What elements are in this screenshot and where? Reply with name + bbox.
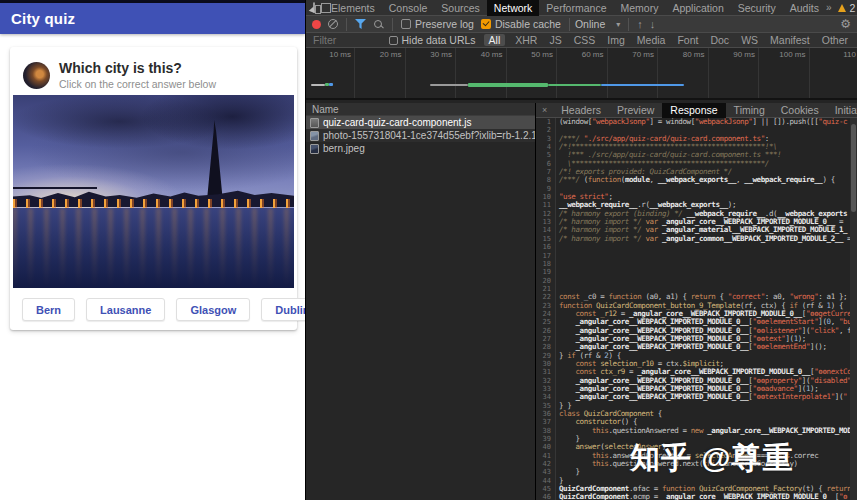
code-text: \***************************************…	[556, 160, 857, 168]
code-line: 35} }	[536, 402, 857, 410]
detail-tab-response[interactable]: Response	[662, 103, 725, 118]
search-icon[interactable]	[373, 19, 384, 30]
disable-cache-checkbox[interactable]	[481, 19, 491, 29]
filter-type-ws[interactable]: WS	[739, 34, 760, 46]
line-number: 31	[536, 368, 556, 376]
line-number: 16	[536, 243, 556, 251]
tab-memory[interactable]: Memory	[613, 0, 665, 16]
answer-button-lausanne[interactable]: Lausanne	[86, 298, 165, 321]
filter-input[interactable]: Filter	[313, 34, 383, 46]
line-number: 8	[536, 176, 556, 184]
tab-sources[interactable]: Sources	[434, 0, 487, 16]
code-line: 24 const _r12 = _angular_core__WEBPACK_I…	[536, 310, 857, 318]
answer-button-bern[interactable]: Bern	[22, 298, 75, 321]
code-scrollbar-thumb[interactable]	[851, 124, 856, 212]
detail-tab-cookies[interactable]: Cookies	[773, 103, 827, 118]
line-number: 27	[536, 335, 556, 343]
code-line: 14/* harmony import */ var _angular_mate…	[536, 226, 857, 234]
detail-tab-headers[interactable]: Headers	[553, 103, 609, 118]
code-line: 8/***/ (function(module, __webpack_expor…	[536, 176, 857, 184]
timeline-gridline	[809, 48, 810, 98]
code-line: 18	[536, 260, 857, 268]
settings-gear-icon[interactable]: ⚙	[840, 17, 851, 31]
clear-network-log-icon[interactable]	[328, 19, 338, 29]
request-rows: quiz-card-quiz-card-component.jsphoto-15…	[306, 116, 535, 155]
code-line: 21	[536, 285, 857, 293]
record-network-log-icon[interactable]	[312, 20, 321, 29]
line-number: 2	[536, 126, 556, 134]
line-number: 6	[536, 160, 556, 168]
tab-audits[interactable]: Audits	[783, 0, 826, 16]
answer-button-dublin[interactable]: Dublin	[261, 298, 305, 321]
line-number: 18	[536, 260, 556, 268]
code-text: /* harmony export (binding) */ __webpack…	[556, 210, 857, 218]
tab-application[interactable]: Application	[665, 0, 730, 16]
request-row[interactable]: photo-1557318041-1ce374d55ebf?ixlib=rb-1…	[306, 129, 535, 142]
code-line: 6 \*************************************…	[536, 160, 857, 168]
code-line: 37 constructor() {	[536, 418, 857, 426]
disable-cache-label[interactable]: Disable cache	[495, 18, 561, 30]
waterfall-bar	[311, 84, 325, 86]
throttling-select[interactable]: Online	[575, 18, 605, 30]
timeline-gridline	[708, 48, 709, 98]
detail-tab-initiator[interactable]: Initiator	[827, 103, 857, 118]
network-filter-bar: Filter Hide data URLs AllXHRJSCSSImgMedi…	[306, 33, 857, 48]
tab-network[interactable]: Network	[487, 0, 540, 16]
code-text: /***/ (function(module, __webpack_export…	[556, 176, 857, 184]
tab-security[interactable]: Security	[731, 0, 783, 16]
filter-type-other[interactable]: Other	[820, 34, 850, 46]
line-number: 13	[536, 218, 556, 226]
request-row[interactable]: bern.jpeg	[306, 142, 535, 155]
filter-type-js[interactable]: JS	[547, 34, 563, 46]
hide-data-urls-label[interactable]: Hide data URLs	[401, 34, 475, 46]
line-number: 30	[536, 360, 556, 368]
code-text: const _c0 = function (a0, a1) { return {…	[556, 293, 857, 301]
request-row[interactable]: quiz-card-quiz-card-component.js	[306, 116, 535, 129]
code-text: } }	[556, 402, 857, 410]
filter-type-img[interactable]: Img	[605, 34, 627, 46]
answer-button-glasgow[interactable]: Glasgow	[176, 298, 250, 321]
tab-elements[interactable]: Elements	[324, 0, 382, 16]
filter-type-css[interactable]: CSS	[572, 34, 598, 46]
request-list-name-header[interactable]: Name	[306, 103, 535, 116]
code-line: 38 this.questionAnswered = new _angular_…	[536, 427, 857, 435]
filter-type-all[interactable]: All	[484, 34, 506, 46]
code-line: 12/* harmony export (binding) */ __webpa…	[536, 210, 857, 218]
code-scrollbar[interactable]	[850, 118, 857, 500]
network-overview-timeline[interactable]: 10 ms20 ms30 ms40 ms50 ms60 ms70 ms80 ms…	[306, 48, 857, 100]
tab-console[interactable]: Console	[382, 0, 435, 16]
filter-type-manifest[interactable]: Manifest	[768, 34, 812, 46]
line-number: 15	[536, 235, 556, 243]
code-line: 13/* harmony import */ var _angular_core…	[536, 218, 857, 226]
filter-type-media[interactable]: Media	[635, 34, 668, 46]
filter-type-xhr[interactable]: XHR	[513, 34, 539, 46]
line-number: 41	[536, 452, 556, 460]
filter-type-font[interactable]: Font	[675, 34, 700, 46]
detail-close-icon[interactable]: ×	[536, 105, 553, 115]
question-subtitle: Click on the correct answer below	[59, 78, 216, 90]
code-text: class QuizCardComponent {	[556, 410, 857, 418]
waterfall-bar	[548, 84, 601, 86]
waterfall-bar	[468, 83, 548, 87]
request-name: bern.jpeg	[323, 143, 365, 154]
code-text: __webpack_require__.r(__webpack_exports_…	[556, 201, 857, 209]
tab-performance[interactable]: Performance	[539, 0, 613, 16]
line-number: 46	[536, 493, 556, 500]
preserve-log-checkbox[interactable]	[401, 19, 411, 29]
export-har-icon[interactable]: ↓	[650, 19, 656, 29]
more-tabs-chevron-icon[interactable]: »	[826, 2, 832, 13]
filter-icon[interactable]	[355, 19, 366, 29]
line-number: 24	[536, 310, 556, 318]
line-number: 32	[536, 377, 556, 385]
code-text	[556, 126, 857, 134]
code-text: /*!*************************************…	[556, 143, 857, 151]
detail-tab-preview[interactable]: Preview	[609, 103, 662, 118]
warning-badge[interactable]: 2	[838, 2, 855, 14]
filter-type-doc[interactable]: Doc	[708, 34, 731, 46]
detail-tab-timing[interactable]: Timing	[726, 103, 773, 118]
request-list-pane: Name quiz-card-quiz-card-component.jspho…	[306, 103, 535, 500]
line-number: 4	[536, 143, 556, 151]
hide-data-urls-checkbox[interactable]	[389, 36, 398, 45]
preserve-log-label[interactable]: Preserve log	[415, 18, 474, 30]
import-har-icon[interactable]: ↑	[637, 19, 643, 29]
